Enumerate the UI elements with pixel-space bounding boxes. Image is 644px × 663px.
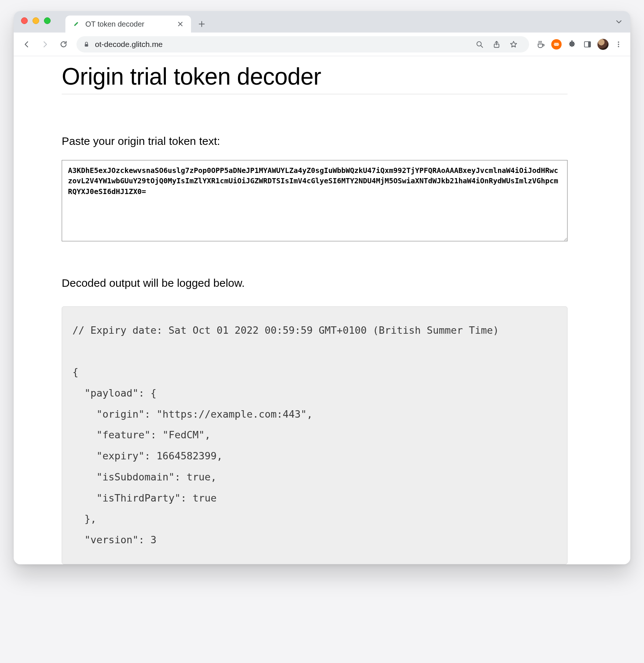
window-controls	[21, 11, 51, 33]
minimize-window-button[interactable]	[33, 17, 39, 24]
browser-toolbar: ot-decode.glitch.me	[14, 33, 630, 56]
side-panel-icon[interactable]	[581, 38, 594, 51]
browser-tab[interactable]: OT token decoder	[65, 16, 191, 33]
forward-button[interactable]	[37, 37, 53, 52]
svg-point-6	[618, 41, 619, 43]
maximize-window-button[interactable]	[44, 17, 51, 24]
new-tab-button[interactable]	[194, 16, 209, 32]
svg-point-8	[618, 46, 619, 47]
profile-avatar[interactable]	[596, 38, 610, 51]
paste-token-label: Paste your origin trial token text:	[62, 135, 568, 147]
toolbar-right	[534, 38, 625, 51]
decoded-output: // Expiry date: Sat Oct 01 2022 00:59:59…	[62, 306, 568, 564]
omnibox-actions	[473, 38, 520, 51]
tab-search-button[interactable]	[616, 18, 622, 25]
search-icon[interactable]	[473, 38, 486, 51]
extension-orange-icon[interactable]	[550, 38, 563, 51]
lock-icon	[83, 41, 90, 48]
extensions-puzzle-icon[interactable]	[565, 38, 579, 51]
close-tab-button[interactable]	[176, 20, 184, 28]
reload-button[interactable]	[56, 37, 71, 52]
address-bar[interactable]: ot-decode.glitch.me	[76, 36, 529, 52]
bookmark-star-icon[interactable]	[507, 38, 520, 51]
coffee-extension-icon[interactable]	[534, 38, 548, 51]
svg-rect-0	[74, 22, 78, 26]
decoded-output-label: Decoded output will be logged below.	[62, 277, 568, 289]
close-window-button[interactable]	[21, 17, 28, 24]
page-viewport[interactable]: Origin trial token decoder Paste your or…	[14, 56, 630, 564]
url-text: ot-decode.glitch.me	[95, 40, 468, 49]
share-icon[interactable]	[490, 38, 503, 51]
svg-rect-1	[85, 44, 88, 47]
page-content: Origin trial token decoder Paste your or…	[62, 63, 568, 564]
browser-menu-button[interactable]	[612, 38, 625, 51]
svg-rect-5	[588, 41, 590, 47]
tab-strip: OT token decoder	[14, 11, 630, 33]
token-icon	[72, 20, 80, 28]
svg-point-7	[618, 44, 619, 45]
browser-window: OT token decoder ot-decode.glitch.me	[14, 11, 630, 564]
token-input[interactable]	[62, 160, 568, 241]
svg-point-2	[477, 41, 481, 46]
tab-title: OT token decoder	[85, 20, 171, 28]
back-button[interactable]	[19, 37, 34, 52]
page-title: Origin trial token decoder	[62, 63, 568, 94]
